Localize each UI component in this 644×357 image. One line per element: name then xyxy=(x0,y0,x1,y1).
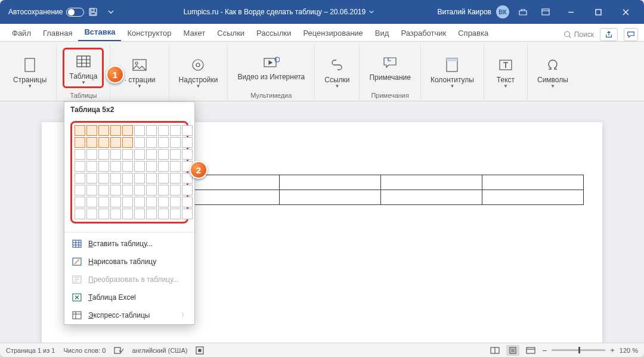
grid-cell[interactable] xyxy=(158,137,169,148)
grid-cell[interactable] xyxy=(110,185,121,195)
grid-cell[interactable] xyxy=(158,173,169,184)
grid-cell[interactable] xyxy=(134,185,145,195)
grid-cell[interactable] xyxy=(122,209,133,219)
chevron-down-icon[interactable] xyxy=(104,5,117,18)
text-button[interactable]: Текст ▼ xyxy=(490,54,521,89)
grid-cell[interactable] xyxy=(75,185,85,195)
status-language[interactable]: английский (США) xyxy=(132,347,187,354)
grid-cell[interactable] xyxy=(146,149,157,160)
symbols-button[interactable]: Символы ▼ xyxy=(534,54,572,89)
grid-cell[interactable] xyxy=(170,149,181,160)
autosave-toggle[interactable]: Автосохранение xyxy=(8,8,84,17)
table-button[interactable]: Таблица ▼ xyxy=(66,51,101,85)
tab-references[interactable]: Ссылки xyxy=(211,25,250,41)
grid-cell[interactable] xyxy=(122,137,133,148)
tab-mailings[interactable]: Рассылки xyxy=(250,25,297,41)
grid-cell[interactable] xyxy=(86,197,97,207)
grid-cell[interactable] xyxy=(86,173,97,184)
zoom-out-button[interactable]: − xyxy=(542,346,547,355)
grid-cell[interactable] xyxy=(170,137,181,148)
grid-cell[interactable] xyxy=(146,173,157,184)
grid-cell[interactable] xyxy=(122,161,133,172)
macro-record-icon[interactable] xyxy=(196,346,204,355)
grid-cell[interactable] xyxy=(182,149,193,160)
grid-cell[interactable] xyxy=(122,173,133,184)
tab-layout[interactable]: Макет xyxy=(178,25,212,41)
grid-cell[interactable] xyxy=(158,185,169,195)
avatar[interactable]: ВК xyxy=(496,5,509,18)
grid-cell[interactable] xyxy=(110,137,121,148)
grid-cell[interactable] xyxy=(146,209,157,219)
pages-button[interactable]: Страницы ▼ xyxy=(10,54,50,89)
grid-cell[interactable] xyxy=(182,209,193,219)
grid-cell[interactable] xyxy=(170,161,181,172)
grid-cell[interactable] xyxy=(170,125,181,136)
tab-view[interactable]: Вид xyxy=(369,25,395,41)
grid-cell[interactable] xyxy=(134,137,145,148)
grid-cell[interactable] xyxy=(158,149,169,160)
grid-cell[interactable] xyxy=(146,125,157,136)
status-page[interactable]: Страница 1 из 1 xyxy=(6,347,55,354)
grid-cell[interactable] xyxy=(98,173,109,184)
grid-cell[interactable] xyxy=(86,125,97,136)
grid-cell[interactable] xyxy=(110,209,121,219)
grid-cell[interactable] xyxy=(75,197,85,207)
grid-cell[interactable] xyxy=(134,197,145,207)
view-printlayout-button[interactable] xyxy=(506,345,519,356)
grid-cell[interactable] xyxy=(182,197,193,207)
ribbon-display-icon[interactable] xyxy=(539,5,552,18)
grid-cell[interactable] xyxy=(134,161,145,172)
grid-cell[interactable] xyxy=(122,125,133,136)
grid-cell[interactable] xyxy=(86,137,97,148)
zoom-level[interactable]: 120 % xyxy=(620,347,638,354)
grid-cell[interactable] xyxy=(110,161,121,172)
tab-help[interactable]: Справка xyxy=(452,25,494,41)
grid-cell[interactable] xyxy=(122,149,133,160)
grid-cell[interactable] xyxy=(182,125,193,136)
grid-cell[interactable] xyxy=(146,185,157,195)
grid-cell[interactable] xyxy=(146,137,157,148)
view-weblayout-button[interactable] xyxy=(524,345,537,356)
menu-item-draw-table[interactable]: Нарисовать таблицу xyxy=(64,253,194,271)
grid-cell[interactable] xyxy=(110,197,121,207)
menu-item-excel-table[interactable]: Таблица Excel xyxy=(64,288,194,306)
tab-file[interactable]: Файл xyxy=(6,25,37,41)
close-button[interactable] xyxy=(612,0,639,24)
grid-cell[interactable] xyxy=(122,197,133,207)
grid-cell[interactable] xyxy=(98,161,109,172)
grid-cell[interactable] xyxy=(146,161,157,172)
comment-button[interactable]: Примечание xyxy=(366,52,414,84)
menu-item-quick-tables[interactable]: Экспресс-таблицы〉 xyxy=(64,306,194,324)
grid-cell[interactable] xyxy=(98,197,109,207)
tab-home[interactable]: Главная xyxy=(37,25,78,41)
grid-cell[interactable] xyxy=(146,197,157,207)
links-button[interactable]: Ссылки ▼ xyxy=(321,54,353,89)
grid-cell[interactable] xyxy=(170,173,181,184)
share-button[interactable] xyxy=(600,28,618,41)
addins-button[interactable]: Надстройки ▼ xyxy=(175,54,222,89)
grid-cell[interactable] xyxy=(158,209,169,219)
save-icon[interactable] xyxy=(86,5,100,18)
minimize-button[interactable] xyxy=(557,0,584,24)
grid-cell[interactable] xyxy=(170,209,181,219)
grid-cell[interactable] xyxy=(86,209,97,219)
toolbox-icon[interactable] xyxy=(516,5,530,18)
view-readmode-button[interactable] xyxy=(488,345,501,356)
grid-cell[interactable] xyxy=(134,173,145,184)
grid-cell[interactable] xyxy=(75,149,85,160)
grid-cell[interactable] xyxy=(170,185,181,195)
spellcheck-icon[interactable] xyxy=(114,346,123,355)
zoom-in-button[interactable]: + xyxy=(610,346,615,355)
grid-cell[interactable] xyxy=(98,125,109,136)
tab-review[interactable]: Рецензирование xyxy=(297,25,369,41)
grid-cell[interactable] xyxy=(134,209,145,219)
table-size-grid[interactable] xyxy=(75,125,184,219)
grid-cell[interactable] xyxy=(158,197,169,207)
tab-insert[interactable]: Вставка xyxy=(78,24,121,41)
grid-cell[interactable] xyxy=(134,149,145,160)
grid-cell[interactable] xyxy=(110,125,121,136)
online-video-button[interactable]: Видео из Интернета xyxy=(234,52,308,84)
grid-cell[interactable] xyxy=(75,173,85,184)
menu-item-insert-table[interactable]: Вставить таблицу... xyxy=(64,235,194,253)
maximize-button[interactable] xyxy=(584,0,612,24)
